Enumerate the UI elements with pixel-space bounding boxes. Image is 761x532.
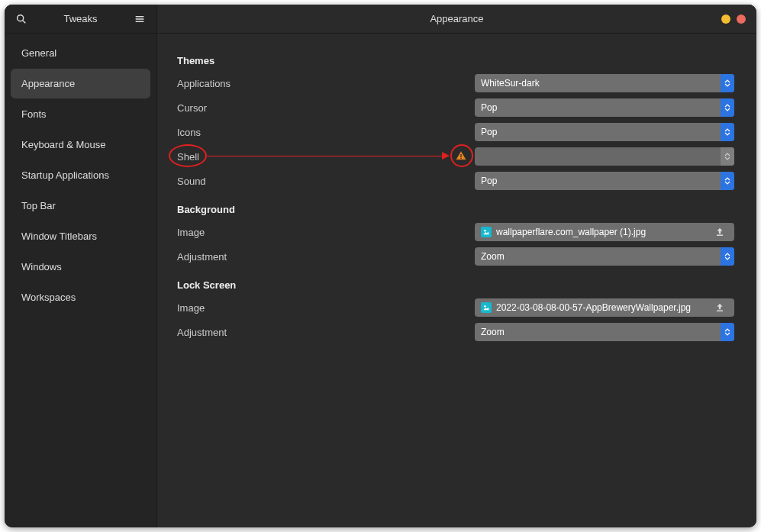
row-icons: Icons Pop [177,120,737,144]
filepicker-bg-image[interactable]: wallpaperflare.com_wallpaper (1).jpg [475,223,734,241]
dropdown-spinner-icon [721,247,734,266]
sidebar-item-fonts[interactable]: Fonts [11,99,150,129]
upload-icon [711,302,728,313]
app-window: Tweaks General Appearance Fonts Keyboard… [5,5,756,527]
sidebar-header: Tweaks [5,5,156,34]
svg-rect-5 [460,154,461,157]
dropdown-applications[interactable]: WhiteSur-dark [475,74,734,92]
sidebar-item-startup-applications[interactable]: Startup Applications [11,160,150,190]
upload-icon [711,227,728,237]
label-icons: Icons [177,127,437,138]
label-ls-adjustment: Adjustment [177,327,437,338]
dropdown-icons[interactable]: Pop [475,123,734,141]
dropdown-sound-value: Pop [481,176,497,186]
dropdown-spinner-icon [721,323,734,341]
warning-icon [455,150,467,164]
svg-line-1 [23,20,26,23]
sidebar-item-appearance[interactable]: Appearance [11,69,150,98]
label-bg-adjustment: Adjustment [177,251,437,263]
label-bg-image: Image [177,227,437,238]
filepicker-ls-image[interactable]: 2022-03-08-08-00-57-AppBreweryWallpaper.… [475,298,734,317]
image-file-icon [481,227,492,237]
row-cursor: Cursor Pop [177,95,737,120]
dropdown-bg-adjustment-value: Zoom [481,251,505,262]
dropdown-shell[interactable] [475,147,734,166]
dropdown-sound[interactable]: Pop [475,172,734,190]
sidebar: Tweaks General Appearance Fonts Keyboard… [5,5,157,527]
svg-rect-8 [717,235,723,236]
sidebar-item-windows[interactable]: Windows [11,252,150,282]
section-lockscreen-title: Lock Screen [177,279,737,291]
search-button[interactable] [11,8,32,30]
sidebar-item-top-bar[interactable]: Top Bar [11,191,150,221]
hamburger-button[interactable] [129,8,150,30]
image-file-icon [481,302,492,313]
label-sound: Sound [177,176,437,187]
dropdown-ls-adjustment[interactable]: Zoom [475,323,734,341]
main-header: Appearance [157,5,756,34]
dropdown-cursor-value: Pop [481,102,497,113]
sidebar-item-general[interactable]: General [11,38,150,68]
dropdown-ls-adjustment-value: Zoom [481,327,505,337]
row-bg-image: Image wallpaperflare.com_wallpaper (1).j… [177,220,737,244]
search-icon [15,13,27,25]
dropdown-spinner-icon [721,172,734,190]
label-applications: Applications [177,78,437,89]
filepicker-ls-filename: 2022-03-08-08-00-57-AppBreweryWallpaper.… [496,302,707,313]
label-cursor: Cursor [177,102,437,114]
app-title: Tweaks [38,13,123,24]
row-bg-adjustment: Adjustment Zoom [177,244,737,269]
svg-rect-10 [717,311,723,311]
sidebar-list: General Appearance Fonts Keyboard & Mous… [5,34,156,318]
row-sound: Sound Pop [177,169,737,193]
dropdown-bg-adjustment[interactable]: Zoom [475,247,734,266]
page-title: Appearance [157,13,756,24]
dropdown-spinner-icon [721,147,734,166]
row-applications: Applications WhiteSur-dark [177,71,737,95]
close-button[interactable] [737,15,746,24]
dropdown-cursor[interactable]: Pop [475,98,734,117]
dropdown-icons-value: Pop [481,127,497,137]
main-panel: Appearance Themes Applications WhiteSur-… [157,5,756,527]
minimize-button[interactable] [721,15,730,24]
row-ls-image: Image 2022-03-08-08-00-57-AppBreweryWall… [177,295,737,320]
content-area: Themes Applications WhiteSur-dark Cursor… [157,34,756,360]
hamburger-icon [134,13,146,25]
sidebar-item-window-titlebars[interactable]: Window Titlebars [11,221,150,251]
label-shell: Shell [177,151,437,163]
sidebar-item-keyboard-mouse[interactable]: Keyboard & Mouse [11,130,150,160]
dropdown-spinner-icon [721,98,734,117]
section-background-title: Background [177,204,737,215]
section-themes-title: Themes [177,55,737,66]
svg-rect-6 [460,157,461,158]
row-ls-adjustment: Adjustment Zoom [177,320,737,344]
filepicker-bg-filename: wallpaperflare.com_wallpaper (1).jpg [496,227,707,237]
sidebar-item-workspaces[interactable]: Workspaces [11,282,150,312]
row-shell: Shell [177,144,737,169]
label-ls-image: Image [177,302,437,314]
svg-point-0 [18,15,24,21]
dropdown-applications-value: WhiteSur-dark [481,78,540,89]
svg-point-9 [484,305,486,308]
window-controls [721,15,746,24]
svg-point-7 [484,230,486,232]
dropdown-spinner-icon [721,123,734,141]
dropdown-spinner-icon [721,74,734,92]
